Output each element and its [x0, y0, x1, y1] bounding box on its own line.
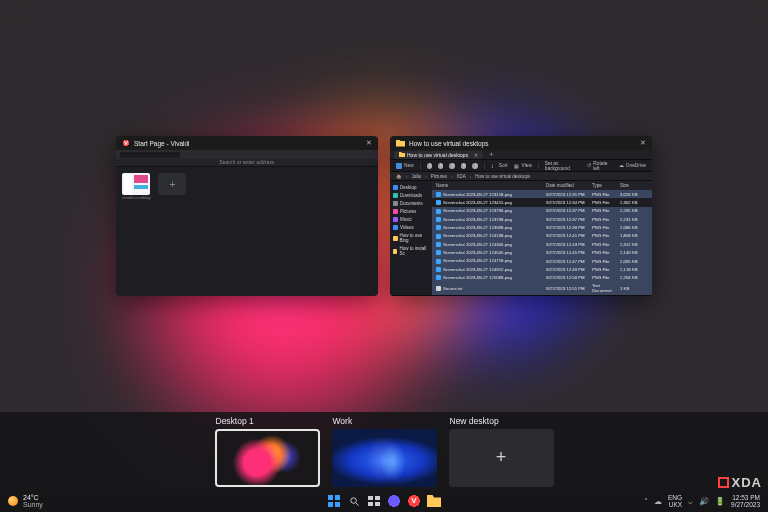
- explorer-file-list: Screenshot 2023-09-27 123118.png9/27/202…: [432, 190, 652, 295]
- close-icon[interactable]: ✕: [640, 139, 646, 147]
- nav-item: Music: [393, 217, 429, 222]
- toolbar-onedrive: ☁ OneDrive: [619, 163, 646, 168]
- svg-line-1: [355, 502, 358, 505]
- explorer-columns: Name Date modified Type Size: [432, 181, 652, 190]
- explorer-breadcrumb: 🏠 ›João ›Pictures ›XDA ›How to use virtu…: [390, 172, 652, 181]
- table-row: Screenshot 2023-09-27 123706.png9/27/202…: [432, 207, 652, 215]
- nav-icon: [393, 201, 398, 206]
- window-thumb-explorer[interactable]: How to use virtual desktops ✕ How to use…: [390, 136, 652, 296]
- nav-item: Pictures: [393, 209, 429, 214]
- file-icon: [436, 192, 441, 197]
- table-row: Screenshot 2023-09-27 123908.png9/27/202…: [432, 223, 652, 231]
- folder-icon: [427, 495, 441, 507]
- battery-icon[interactable]: 🔋: [715, 497, 725, 506]
- table-row: Source.txt9/27/2023 12:51 PMText Documen…: [432, 282, 652, 295]
- virtual-desktop-label: New desktop: [449, 416, 554, 426]
- svg-point-0: [350, 497, 356, 503]
- nav-icon: [393, 185, 398, 190]
- chat-button[interactable]: [387, 494, 401, 508]
- taskbar-app-explorer[interactable]: [427, 494, 441, 508]
- start-button[interactable]: [327, 494, 341, 508]
- file-icon: [436, 225, 441, 230]
- table-row: Screenshot 2023-09-27 124545.png9/27/202…: [432, 249, 652, 257]
- nav-item: Desktop: [393, 185, 429, 190]
- taskbar-app-vivaldi[interactable]: [407, 494, 421, 508]
- window-title: How to use virtual desktops: [409, 140, 488, 147]
- virtual-desktop-thumbnail[interactable]: [215, 429, 320, 487]
- share-icon: [461, 163, 466, 169]
- window-thumb-vivaldi[interactable]: Start Page - Vivaldi ✕ Search or enter a…: [116, 136, 378, 296]
- speeddial-add-tile: +: [158, 173, 186, 195]
- nav-icon: [393, 236, 398, 241]
- nav-item: Documents: [393, 201, 429, 206]
- browser-chrome: Search or enter address vivaldi.com/blog…: [116, 150, 378, 296]
- close-icon[interactable]: ✕: [366, 139, 372, 147]
- file-icon: [436, 259, 441, 264]
- virtual-desktop[interactable]: Desktop 1: [215, 416, 320, 487]
- taskbar-weather[interactable]: 24°C Sunny: [0, 494, 43, 509]
- nav-item: How to use Bing: [393, 233, 429, 243]
- table-row: Screenshot 2023-09-27 123798.png9/27/202…: [432, 215, 652, 223]
- folder-icon: [399, 152, 405, 157]
- window-titlebar: Start Page - Vivaldi ✕: [116, 136, 378, 150]
- vivaldi-icon: [122, 139, 130, 147]
- weather-icon: [8, 496, 18, 506]
- table-row: Screenshot 2023-09-27 124108.png9/27/202…: [432, 232, 652, 240]
- explorer-nav: DesktopDownloadsDocumentsPicturesMusicVi…: [390, 181, 432, 295]
- rename-icon: [449, 163, 454, 169]
- explorer-tab: How to use virtual desktops ✕: [394, 151, 483, 159]
- onedrive-icon[interactable]: ☁: [654, 497, 662, 506]
- wifi-icon[interactable]: ⌵: [688, 497, 693, 506]
- table-row: Screenshot 2023-09-27 124718.png9/27/202…: [432, 257, 652, 265]
- file-icon: [436, 275, 441, 280]
- file-icon: [436, 250, 441, 255]
- explorer-chrome: How to use virtual desktops ✕ + New Sort…: [390, 150, 652, 296]
- nav-item: How to install Sc: [393, 246, 429, 256]
- file-icon: [436, 217, 441, 222]
- weather-condition: Sunny: [23, 501, 43, 508]
- nav-icon: [393, 217, 398, 222]
- file-icon: [436, 234, 441, 239]
- nav-item: Downloads: [393, 193, 429, 198]
- table-row: Screenshot 2023-09-27 125068.png9/27/202…: [432, 274, 652, 282]
- nav-icon: [393, 209, 398, 214]
- virtual-desktop-label: Work: [332, 416, 437, 426]
- search-button[interactable]: [347, 494, 361, 508]
- window-titlebar: How to use virtual desktops ✕: [390, 136, 652, 150]
- file-icon: [436, 200, 441, 205]
- toolbar-set-background: Set as background: [545, 161, 581, 171]
- cut-icon: [427, 163, 432, 169]
- virtual-desktop-thumbnail[interactable]: [332, 429, 437, 487]
- nav-item: Videos: [393, 225, 429, 230]
- nav-icon: [393, 225, 398, 230]
- clock[interactable]: 12:53 PM 9/27/2023: [731, 494, 760, 508]
- new-desktop-button[interactable]: +: [449, 429, 554, 487]
- browser-tab: [120, 152, 180, 158]
- browser-addressbar: Search or enter address: [116, 159, 378, 167]
- explorer-toolbar: New Sort View Set as background ↺ Rotate…: [390, 160, 652, 172]
- browser-viewport: vivaldi.com/blog +: [116, 167, 378, 296]
- nav-icon: [393, 193, 398, 198]
- virtual-desktop[interactable]: New desktop+: [449, 416, 554, 487]
- copy-icon: [438, 163, 443, 169]
- virtual-desktop-label: Desktop 1: [215, 416, 320, 426]
- explorer-statusbar: 13 items 13 items selected 23.9 MB ☁ Ava…: [390, 295, 652, 296]
- volume-icon[interactable]: 🔊: [699, 497, 709, 506]
- taskview-button[interactable]: [367, 494, 381, 508]
- table-row: Screenshot 2023-09-27 124912.png9/27/202…: [432, 265, 652, 273]
- toolbar-sort: Sort: [491, 163, 508, 169]
- weather-temp: 24°C: [23, 494, 43, 501]
- virtual-desktop[interactable]: Work: [332, 416, 437, 487]
- toolbar-rotate-left: ↺ Rotate left: [587, 161, 612, 171]
- language-indicator[interactable]: ENG UKX: [668, 494, 682, 508]
- table-row: Screenshot 2023-09-27 123415.png9/27/202…: [432, 198, 652, 206]
- chevron-up-icon[interactable]: ˄: [644, 497, 648, 506]
- toolbar-new: New: [396, 163, 414, 169]
- speeddial-caption: vivaldi.com/blog: [122, 195, 150, 200]
- folder-icon: [396, 140, 405, 147]
- nav-icon: [393, 249, 397, 254]
- file-icon: [436, 286, 441, 291]
- toolbar-view: View: [514, 163, 532, 169]
- taskview-open-windows: Start Page - Vivaldi ✕ Search or enter a…: [0, 136, 768, 296]
- table-row: Screenshot 2023-09-27 123118.png9/27/202…: [432, 190, 652, 198]
